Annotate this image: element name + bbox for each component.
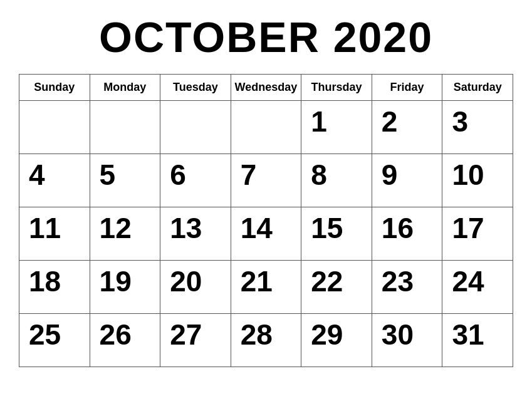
day-number: 22 bbox=[311, 265, 343, 298]
day-number: 10 bbox=[452, 159, 484, 191]
day-number: 21 bbox=[241, 265, 273, 298]
calendar-cell: 28 bbox=[231, 314, 301, 367]
day-number: 2 bbox=[382, 105, 398, 138]
calendar-body: 1234567891011121314151617181920212223242… bbox=[19, 101, 513, 367]
header-day-saturday: Saturday bbox=[442, 75, 513, 101]
calendar-cell: 14 bbox=[231, 207, 301, 261]
calendar-cell: 6 bbox=[160, 154, 231, 207]
calendar-cell: 30 bbox=[372, 314, 442, 367]
day-number: 4 bbox=[29, 159, 45, 191]
calendar-title: OCTOBER 2020 bbox=[99, 13, 433, 61]
calendar-cell: 5 bbox=[90, 154, 160, 207]
day-number: 24 bbox=[452, 265, 484, 298]
calendar-cell: 18 bbox=[19, 261, 90, 314]
day-number: 23 bbox=[382, 265, 414, 298]
day-number: 5 bbox=[100, 159, 116, 191]
day-number: 14 bbox=[241, 212, 273, 244]
header-day-thursday: Thursday bbox=[301, 75, 372, 101]
calendar-table: SundayMondayTuesdayWednesdayThursdayFrid… bbox=[19, 74, 513, 367]
calendar-cell bbox=[19, 101, 90, 154]
day-number: 29 bbox=[311, 318, 343, 351]
calendar-week-4: 25262728293031 bbox=[19, 314, 513, 367]
calendar-cell: 23 bbox=[372, 261, 442, 314]
calendar-cell: 20 bbox=[160, 261, 231, 314]
header-day-sunday: Sunday bbox=[19, 75, 90, 101]
calendar-cell: 22 bbox=[301, 261, 372, 314]
calendar-cell: 2 bbox=[372, 101, 442, 154]
day-number: 9 bbox=[382, 159, 398, 191]
day-number: 1 bbox=[311, 105, 327, 138]
calendar-cell: 8 bbox=[301, 154, 372, 207]
calendar-cell: 26 bbox=[90, 314, 160, 367]
calendar-cell bbox=[160, 101, 231, 154]
day-number: 16 bbox=[382, 212, 414, 244]
calendar-week-0: 123 bbox=[19, 101, 513, 154]
calendar-week-3: 18192021222324 bbox=[19, 261, 513, 314]
header-day-monday: Monday bbox=[90, 75, 160, 101]
calendar-cell: 10 bbox=[442, 154, 513, 207]
day-number: 19 bbox=[100, 265, 132, 298]
calendar-cell: 13 bbox=[160, 207, 231, 261]
calendar-cell: 31 bbox=[442, 314, 513, 367]
calendar-cell: 16 bbox=[372, 207, 442, 261]
day-number: 12 bbox=[100, 212, 132, 244]
calendar-cell: 24 bbox=[442, 261, 513, 314]
calendar-cell: 1 bbox=[301, 101, 372, 154]
calendar-cell: 4 bbox=[19, 154, 90, 207]
header-day-tuesday: Tuesday bbox=[160, 75, 231, 101]
calendar-cell: 25 bbox=[19, 314, 90, 367]
calendar-cell bbox=[90, 101, 160, 154]
calendar-cell: 17 bbox=[442, 207, 513, 261]
day-number: 20 bbox=[170, 265, 202, 298]
calendar-cell: 21 bbox=[231, 261, 301, 314]
calendar-cell: 12 bbox=[90, 207, 160, 261]
day-number: 15 bbox=[311, 212, 343, 244]
calendar-week-1: 45678910 bbox=[19, 154, 513, 207]
calendar-header: SundayMondayTuesdayWednesdayThursdayFrid… bbox=[19, 75, 513, 101]
day-number: 28 bbox=[241, 318, 273, 351]
day-number: 31 bbox=[452, 318, 484, 351]
day-number: 17 bbox=[452, 212, 484, 244]
calendar-cell: 9 bbox=[372, 154, 442, 207]
day-number: 8 bbox=[311, 159, 327, 191]
calendar-cell: 11 bbox=[19, 207, 90, 261]
calendar-cell bbox=[231, 101, 301, 154]
header-day-wednesday: Wednesday bbox=[231, 75, 301, 101]
day-number: 25 bbox=[29, 318, 61, 351]
day-number: 30 bbox=[382, 318, 414, 351]
day-number: 13 bbox=[170, 212, 202, 244]
calendar-cell: 29 bbox=[301, 314, 372, 367]
calendar-cell: 27 bbox=[160, 314, 231, 367]
day-number: 26 bbox=[100, 318, 132, 351]
header-day-friday: Friday bbox=[372, 75, 442, 101]
calendar-week-2: 11121314151617 bbox=[19, 207, 513, 261]
day-number: 18 bbox=[29, 265, 61, 298]
day-number: 7 bbox=[241, 159, 257, 191]
day-number: 3 bbox=[452, 105, 468, 138]
calendar-cell: 3 bbox=[442, 101, 513, 154]
day-number: 11 bbox=[29, 212, 61, 244]
day-number: 27 bbox=[170, 318, 202, 351]
day-number: 6 bbox=[170, 159, 186, 191]
calendar-cell: 15 bbox=[301, 207, 372, 261]
header-row: SundayMondayTuesdayWednesdayThursdayFrid… bbox=[19, 75, 513, 101]
calendar-cell: 7 bbox=[231, 154, 301, 207]
calendar-cell: 19 bbox=[90, 261, 160, 314]
